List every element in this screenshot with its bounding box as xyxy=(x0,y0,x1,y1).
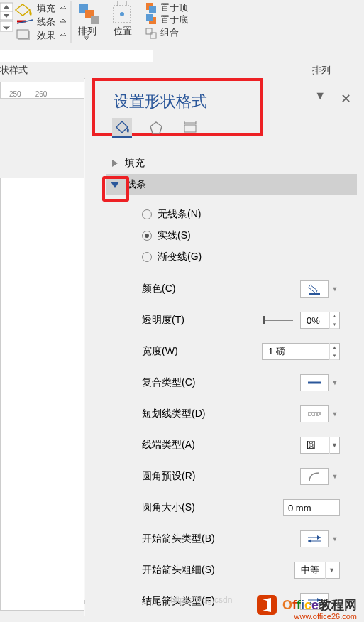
radio-icon-checked xyxy=(142,231,152,241)
spin-up[interactable]: ▲ xyxy=(330,343,339,351)
csdn-watermark: https://blog.csdn xyxy=(170,595,232,605)
begin-arrow-size-value: 中等 xyxy=(295,564,325,577)
round-join-icon xyxy=(307,470,322,483)
svg-point-19 xyxy=(120,12,124,16)
width-value[interactable]: 1 磅 xyxy=(263,345,329,358)
radio-solid-line[interactable]: 实线(S) xyxy=(142,225,357,246)
radio-icon xyxy=(142,252,152,262)
ribbon-effect-label: 效果 xyxy=(37,30,55,40)
compound-picker[interactable] xyxy=(300,374,329,391)
format-shape-panel: 设置形状格式 ▼ ✕ 填充 线条 无线条(N) 实线( xyxy=(85,78,364,622)
pentagon-icon xyxy=(148,120,164,136)
svg-rect-34 xyxy=(309,293,320,295)
label-begin-arrow-type: 开始箭头类型(B) xyxy=(142,533,255,545)
chevron-right-icon xyxy=(112,160,118,167)
svg-marker-12 xyxy=(60,33,66,36)
panel-close-button[interactable]: ✕ xyxy=(341,91,351,107)
ribbon-send-back-label: 置于底 xyxy=(160,14,188,25)
arrow-type-icon xyxy=(307,535,322,543)
section-fill-label: 填充 xyxy=(125,157,145,170)
label-cap: 线端类型(A) xyxy=(142,439,255,452)
style-section-label: 状样式 xyxy=(0,64,28,77)
ribbon-group-label: 组合 xyxy=(160,27,179,38)
spin-down[interactable]: ▼ xyxy=(330,320,339,329)
canvas-area[interactable] xyxy=(0,178,85,611)
svg-marker-28 xyxy=(116,121,128,133)
svg-rect-26 xyxy=(146,28,152,34)
tab-size[interactable] xyxy=(180,118,200,138)
dropdown-caret[interactable]: ▼ xyxy=(330,374,340,391)
panel-menu-button[interactable]: ▼ xyxy=(314,89,326,102)
watermark-url: www.office26.com xyxy=(294,612,357,621)
dropdown-caret[interactable]: ▼ xyxy=(330,405,340,422)
label-dash: 短划线类型(D) xyxy=(142,408,255,420)
svg-marker-7 xyxy=(16,4,30,16)
ruler: 250 260 xyxy=(0,82,85,99)
arrange-section-label: 排列 xyxy=(312,64,331,77)
tab-effects[interactable] xyxy=(146,118,166,138)
panel-title: 设置形状格式 xyxy=(114,91,207,112)
label-join: 圆角预设(R) xyxy=(142,470,255,483)
svg-rect-25 xyxy=(146,14,153,21)
paint-bucket-icon xyxy=(114,119,130,135)
dropdown-caret[interactable]: ▼ xyxy=(330,468,340,485)
tab-fill-line[interactable] xyxy=(112,118,132,138)
svg-marker-9 xyxy=(60,19,66,22)
radio-icon xyxy=(142,209,152,219)
svg-rect-23 xyxy=(149,6,156,13)
join-picker[interactable] xyxy=(300,468,329,485)
radio-gradient-line[interactable]: 渐变线(G) xyxy=(142,246,357,268)
dropdown-caret[interactable]: ▼ xyxy=(329,437,339,454)
transparency-value[interactable]: 0% xyxy=(301,315,329,326)
round-size-input[interactable] xyxy=(283,499,340,516)
cap-value: 圆 xyxy=(301,439,329,452)
label-begin-arrow-size: 开始箭头粗细(S) xyxy=(142,564,255,577)
svg-rect-27 xyxy=(150,33,156,38)
spin-up[interactable]: ▲ xyxy=(330,312,339,320)
dropdown-caret[interactable]: ▼ xyxy=(330,280,340,298)
dash-picker[interactable] xyxy=(300,405,329,422)
office-logo-icon xyxy=(255,594,278,616)
label-transparency: 透明度(T) xyxy=(142,314,255,327)
dash-line-icon xyxy=(307,410,322,418)
dropdown-caret[interactable]: ▼ xyxy=(325,562,338,579)
size-icon xyxy=(182,120,198,136)
ribbon-line-label: 线条 xyxy=(37,16,55,27)
spin-down[interactable]: ▼ xyxy=(330,351,339,360)
svg-rect-16 xyxy=(91,16,99,24)
label-round-size: 圆角大小(S) xyxy=(142,501,255,514)
svg-marker-29 xyxy=(150,122,162,133)
highlight-box-triangle xyxy=(102,176,129,202)
label-width: 宽度(W) xyxy=(142,345,255,358)
dropdown-caret[interactable]: ▼ xyxy=(330,530,340,547)
svg-marker-8 xyxy=(60,6,66,9)
label-color: 颜色(C) xyxy=(142,283,255,295)
ribbon-section: 填充 线条 效果 排列 位置 置于顶 置于底 组合 xyxy=(0,0,211,50)
ribbon-arrange-label: 排列 xyxy=(78,26,96,36)
svg-marker-42 xyxy=(308,539,311,543)
radio-no-line[interactable]: 无线条(N) xyxy=(142,204,357,225)
transparency-slider[interactable] xyxy=(263,320,293,321)
svg-marker-40 xyxy=(317,535,321,540)
ribbon-fill-label: 填充 xyxy=(36,3,55,13)
ribbon-bring-front-label: 置于顶 xyxy=(160,2,188,13)
compound-line-icon xyxy=(307,379,322,386)
svg-marker-17 xyxy=(84,37,89,40)
line-type-radios: 无线条(N) 实线(S) 渐变线(G) xyxy=(142,204,357,268)
label-compound: 复合类型(C) xyxy=(142,376,255,389)
color-picker[interactable] xyxy=(300,280,329,298)
pen-color-icon xyxy=(307,283,321,295)
svg-rect-30 xyxy=(184,125,196,132)
svg-rect-11 xyxy=(17,30,28,38)
section-line-label: 线条 xyxy=(126,178,146,191)
panel-tabs xyxy=(112,118,200,138)
section-line[interactable]: 线条 xyxy=(106,174,357,195)
ribbon-position-label: 位置 xyxy=(114,26,132,36)
section-fill[interactable]: 填充 xyxy=(106,153,357,174)
begin-arrow-type-picker[interactable] xyxy=(300,530,329,547)
